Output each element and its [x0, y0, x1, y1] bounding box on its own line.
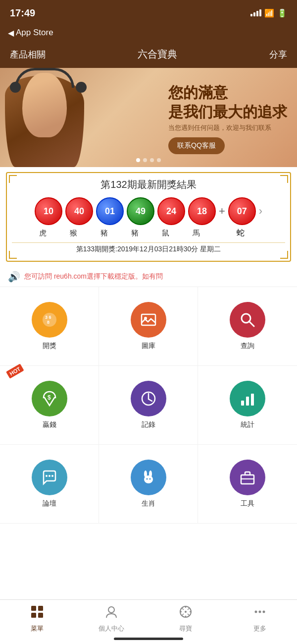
tab-more[interactable]: 更多 [223, 605, 297, 633]
grid-cell-search[interactable]: 查詢 [198, 287, 297, 366]
announcement-text: 您可訪問 reu6h.com選擇下載穩定版。如有問 [24, 272, 289, 281]
status-time: 17:49 [10, 7, 35, 19]
svg-point-28 [108, 607, 114, 613]
svg-point-18 [144, 470, 147, 477]
signal-icon [250, 9, 261, 16]
animal-4: 豬 [121, 229, 148, 238]
svg-rect-3 [142, 314, 155, 325]
chat-icon [32, 460, 67, 495]
lottery-animals: 虎 猴 豬 豬 鼠 馬 蛇 [12, 228, 285, 238]
svg-rect-12 [246, 397, 249, 406]
zodiac-label: 生肖 [142, 499, 155, 508]
banner-text-block: 您的滿意 是我们最大的追求 当您遇到任何问题，欢迎与我们联系 联系QQ客服 [168, 83, 287, 154]
tools-icon [230, 460, 265, 495]
ball-4: 49 [127, 197, 154, 225]
svg-line-35 [188, 614, 189, 615]
ball-1: 10 [35, 197, 62, 225]
svg-text:$: $ [48, 394, 51, 401]
tools-label: 工具 [241, 499, 254, 508]
svg-point-16 [51, 475, 53, 477]
svg-line-36 [188, 608, 189, 610]
hot-badge: HOT [6, 363, 24, 378]
animal-2: 猴 [59, 229, 87, 238]
money-icon: $ [32, 381, 67, 416]
back-nav[interactable]: ◀ App Store [0, 25, 297, 43]
back-label: App Store [16, 28, 53, 38]
top-nav: 產品相關 六合寶典 分享 [0, 43, 297, 68]
back-arrow-icon: ◀ [8, 28, 14, 38]
tab-profile[interactable]: 個人中心 [74, 605, 148, 633]
svg-line-10 [148, 399, 152, 401]
svg-point-21 [149, 478, 150, 480]
chart-label: 統計 [241, 420, 254, 429]
grid-cell-lottery[interactable]: 3 6 8 開獎 [0, 287, 99, 366]
banner-dots [136, 158, 161, 162]
svg-rect-25 [38, 606, 43, 611]
grid-cell-chat[interactable]: 論壇 [0, 445, 99, 524]
svg-point-19 [149, 470, 152, 477]
dot-1 [136, 158, 140, 162]
ball-5: 24 [157, 197, 185, 225]
chart-icon [230, 381, 265, 416]
banner-button[interactable]: 联系QQ客服 [168, 137, 225, 154]
battery-icon: 🔋 [277, 8, 287, 18]
dot-2 [143, 158, 147, 162]
tab-more-icon [253, 605, 267, 622]
svg-rect-24 [31, 606, 36, 611]
gallery-icon [131, 302, 166, 338]
grid-cell-zodiac[interactable]: 生肖 [99, 445, 198, 524]
banner: 您的滿意 是我们最大的追求 当您遇到任何问题，欢迎与我们联系 联系QQ客服 [0, 68, 297, 167]
svg-rect-11 [241, 401, 244, 406]
svg-point-41 [263, 611, 265, 613]
ball-special: 07 [228, 197, 256, 225]
svg-rect-26 [31, 613, 36, 618]
svg-rect-27 [38, 613, 43, 618]
lottery-label: 開獎 [43, 342, 56, 351]
grid-cell-money[interactable]: HOT $ 贏錢 [0, 366, 99, 445]
svg-point-39 [255, 611, 257, 613]
banner-main-text: 您的滿意 是我们最大的追求 [168, 83, 287, 121]
search-icon [230, 302, 265, 338]
tab-menu-icon [30, 605, 44, 622]
tab-profile-label: 個人中心 [99, 624, 124, 633]
svg-text:3 6: 3 6 [45, 315, 51, 320]
lottery-icon: 3 6 8 [32, 302, 67, 338]
nav-left[interactable]: 產品相關 [10, 49, 46, 60]
svg-point-20 [146, 478, 148, 480]
announcement-bar: 🔊 您可訪問 reu6h.com選擇下載穩定版。如有問 [0, 267, 297, 287]
animal-3: 豬 [90, 229, 118, 238]
lottery-numbers: 10 40 01 49 24 18 + 07 › [12, 197, 285, 225]
svg-point-14 [46, 475, 48, 477]
wifi-icon: 📶 [264, 8, 274, 18]
home-indicator [114, 638, 183, 640]
chevron-right-icon[interactable]: › [259, 205, 262, 218]
grid-cell-history[interactable]: 記錄 [99, 366, 198, 445]
tab-find-label: 尋寶 [179, 624, 192, 633]
svg-text:8: 8 [47, 320, 50, 325]
svg-rect-13 [251, 394, 254, 406]
chat-label: 論壇 [43, 499, 56, 508]
tab-menu-label: 菜單 [31, 624, 44, 633]
ball-2: 40 [65, 197, 93, 225]
plus-icon: + [219, 205, 225, 218]
history-icon [131, 381, 166, 416]
speaker-icon: 🔊 [8, 271, 20, 283]
lottery-next-draw: 第133期開獎:2019年12月03日21時30分 星期二 [12, 242, 285, 256]
svg-line-6 [249, 321, 254, 326]
grid-cell-tools[interactable]: 工具 [198, 445, 297, 524]
search-label: 查詢 [241, 342, 254, 351]
status-icons: 📶 🔋 [250, 8, 287, 18]
status-bar: 17:49 📶 🔋 [0, 0, 297, 25]
lottery-title: 第132期最新開獎結果 [12, 178, 285, 191]
grid-cell-chart[interactable]: 統計 [198, 366, 297, 445]
svg-point-40 [259, 611, 261, 613]
dot-3 [150, 158, 154, 162]
svg-point-15 [49, 475, 50, 477]
animal-6: 馬 [182, 229, 210, 238]
ball-6: 18 [188, 197, 216, 225]
nav-right[interactable]: 分享 [269, 49, 287, 60]
tab-menu[interactable]: 菜單 [0, 605, 74, 633]
grid-cell-gallery[interactable]: 圖庫 [99, 287, 198, 366]
lottery-section: 第132期最新開獎結果 10 40 01 49 24 18 + 07 › 虎 猴… [6, 172, 291, 262]
tab-find[interactable]: 尋寶 [148, 605, 223, 633]
